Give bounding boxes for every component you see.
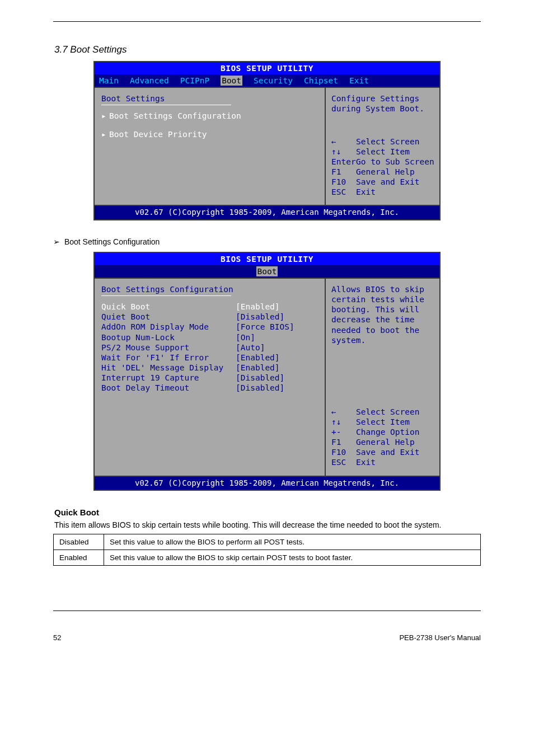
submenu-bullet-label: Boot Settings Configuration [64,237,160,246]
help-text: Configure Settings during System Boot. [331,93,435,114]
key-desc: Exit [356,187,376,197]
tab-chipset[interactable]: Chipset [304,76,338,86]
help-text: Allows BIOS to skip certain tests while … [331,284,435,345]
bios-tab-bar: Main Advanced PCIPnP Boot Security Chips… [95,74,439,87]
bios-title: BIOS SETUP UTILITY [95,62,439,74]
setting-ps2-mouse-support[interactable]: PS/2 Mouse Support[Auto] [101,342,318,353]
key-enter: Enter [331,157,356,167]
bios-screen-boot-settings-configuration: BIOS SETUP UTILITY Boot Boot Settings Co… [93,252,441,491]
manual-title: PEB-2738 User's Manual [399,633,481,642]
key-desc: Select Screen [356,407,420,417]
quick-boot-label: Quick Boot [54,508,481,517]
key-desc: Select Item [356,147,410,157]
key-desc: General Help [356,167,415,177]
table-row: Disabled Set this value to allow the BIO… [54,534,481,550]
key-desc: Save and Exit [356,177,420,187]
menu-item-boot-device-priority[interactable]: ▸ Boot Device Priority [101,129,318,139]
setting-quick-boot[interactable]: Quick Boot[Enabled] [101,302,318,312]
submenu-arrow-icon: ▸ [101,129,109,139]
section-number: 3.7 Boot Settings [54,44,481,55]
setting-value: [Enabled] [236,353,280,363]
setting-wait-for-f1-if-error[interactable]: Wait For 'F1' If Error[Enabled] [101,353,318,363]
option-desc: Set this value to allow the BIOS to skip… [104,550,481,566]
tab-main[interactable]: Main [99,76,119,86]
key-f10: F10 [331,177,356,187]
setting-label: PS/2 Mouse Support [101,342,236,353]
setting-value: [Disabled] [236,312,284,322]
tab-pcipnp[interactable]: PCIPnP [180,76,209,86]
setting-label: Wait For 'F1' If Error [101,353,236,363]
bios-left-pane: Boot Settings Configuration Quick Boot[E… [95,279,325,476]
pane-heading: Boot Settings Configuration [101,284,318,294]
option-desc: Set this value to allow the BIOS to perf… [104,534,481,550]
bios-tab-bar: Boot [95,265,439,278]
submenu-arrow-icon: ▸ [101,111,109,121]
key-help-list: ←Select Screen ↑↓Select Item EnterGo to … [331,137,435,198]
table-row: Enabled Set this value to allow the BIOS… [54,550,481,566]
key-desc: Select Screen [356,137,420,147]
setting-quiet-boot[interactable]: Quiet Boot[Disabled] [101,312,318,322]
key-desc: Go to Sub Screen [356,157,434,167]
setting-label: Interrupt 19 Capture [101,373,236,383]
quick-boot-desc: This item allows BIOS to skip certain te… [54,520,481,529]
top-rule [53,21,481,22]
tab-exit[interactable]: Exit [349,76,369,86]
setting-boot-delay-timeout[interactable]: Boot Delay Timeout[Disabled] [101,383,318,393]
setting-value: [Auto] [236,342,265,353]
triangle-bullet-icon: ➢ [53,237,62,246]
tab-security[interactable]: Security [254,76,293,86]
setting-label: Boot Delay Timeout [101,383,236,393]
setting-interrupt-19-capture[interactable]: Interrupt 19 Capture[Disabled] [101,373,318,383]
option-key: Enabled [54,550,104,566]
key-help-list: ←Select Screen ↑↓Select Item +-Change Op… [331,407,435,468]
bios-footer: v02.67 (C)Copyright 1985-2009, American … [95,476,439,490]
setting-value: [Disabled] [236,383,284,393]
menu-item-label: Boot Settings Configuration [109,111,241,121]
setting-value: [Enabled] [236,302,280,312]
heading-rule [101,105,231,105]
setting-value: [Disabled] [236,373,284,383]
tab-boot[interactable]: Boot [256,266,278,276]
key-f1: F1 [331,437,356,447]
key-left: ← [331,407,356,417]
setting-value: [Force BIOS] [236,322,294,332]
heading-rule [101,295,231,296]
bios-screen-boot-settings: BIOS SETUP UTILITY Main Advanced PCIPnP … [93,61,441,220]
menu-item-label: Boot Device Priority [109,129,207,139]
key-desc: Change Option [356,427,420,437]
bottom-rule [53,611,481,611]
key-desc: Save and Exit [356,447,420,457]
setting-label: Quiet Boot [101,312,236,322]
key-updown: ↑↓ [331,147,356,157]
key-desc: Select Item [356,417,410,427]
setting-label: Quick Boot [101,302,236,312]
quick-boot-options-table: Disabled Set this value to allow the BIO… [53,534,481,566]
setting-hit-del-message-display[interactable]: Hit 'DEL' Message Display[Enabled] [101,363,318,373]
bios-title: BIOS SETUP UTILITY [95,253,439,265]
bios-footer: v02.67 (C)Copyright 1985-2009, American … [95,205,439,219]
key-esc: ESC [331,457,356,467]
menu-item-boot-settings-configuration[interactable]: ▸ Boot Settings Configuration [101,111,318,121]
setting-label: Hit 'DEL' Message Display [101,363,236,373]
page-number: 52 [53,633,61,642]
key-desc: General Help [356,437,415,447]
setting-label: AddOn ROM Display Mode [101,322,236,332]
setting-addon-rom-display-mode[interactable]: AddOn ROM Display Mode[Force BIOS] [101,322,318,332]
key-f10: F10 [331,447,356,457]
submenu-bullet: ➢ Boot Settings Configuration [53,237,481,246]
setting-value: [Enabled] [236,363,280,373]
bios-help-pane: Configure Settings during System Boot. ←… [325,88,439,205]
pane-heading: Boot Settings [101,93,318,104]
bios-left-pane: Boot Settings ▸ Boot Settings Configurat… [95,88,325,205]
setting-value: [On] [236,332,255,342]
key-left: ← [331,137,356,147]
tab-boot[interactable]: Boot [221,76,242,86]
bios-help-pane: Allows BIOS to skip certain tests while … [325,279,439,476]
setting-bootup-num-lock[interactable]: Bootup Num-Lock[On] [101,332,318,342]
option-key: Disabled [54,534,104,550]
key-esc: ESC [331,187,356,197]
setting-label: Bootup Num-Lock [101,332,236,342]
tab-advanced[interactable]: Advanced [130,76,169,86]
key-f1: F1 [331,167,356,177]
key-desc: Exit [356,457,376,467]
